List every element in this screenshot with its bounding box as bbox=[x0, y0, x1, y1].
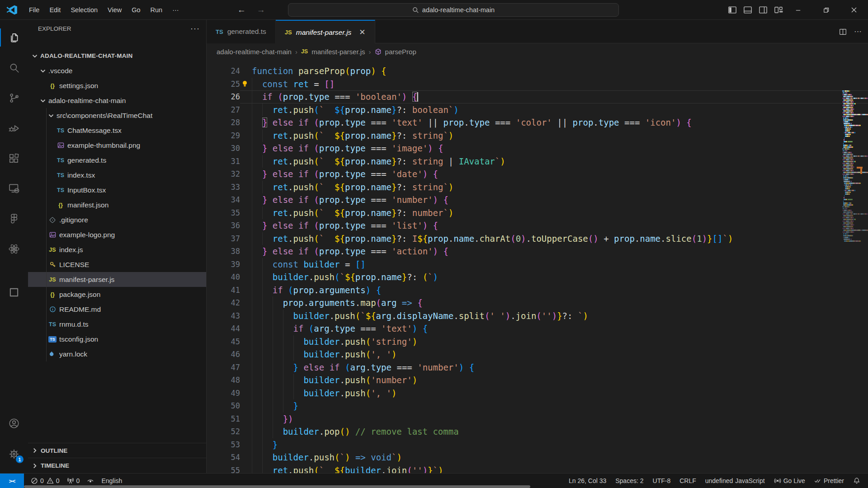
code-line-55[interactable]: 55 ret.push(` ${builder.join('')}`) bbox=[207, 464, 868, 474]
code-line-26[interactable]: 26 if (prop.type === 'boolean') { bbox=[207, 90, 868, 103]
back-arrow-icon[interactable]: ← bbox=[237, 5, 246, 15]
code-line-31[interactable]: 31 ret.push(` ${prop.name}?: string | IA… bbox=[207, 155, 868, 168]
code-area[interactable]: 24function parseProp(prop) {25 const ret… bbox=[207, 60, 868, 473]
code-line-42[interactable]: 42 prop.arguments.map(arg => { bbox=[207, 296, 868, 310]
activity-run-debug[interactable] bbox=[0, 117, 28, 140]
code-line-30[interactable]: 30 } else if (prop.type === 'image') { bbox=[207, 142, 868, 155]
tree-item-manifest-parser.js[interactable]: JSmanifest-parser.js bbox=[28, 272, 206, 287]
tree-item-yarn.lock[interactable]: yarn.lock bbox=[28, 347, 206, 361]
restore-button[interactable] bbox=[812, 0, 840, 20]
code-line-52[interactable]: 52 builder.pop() // remove last comma bbox=[207, 425, 868, 438]
code-line-50[interactable]: 50 } bbox=[207, 399, 868, 413]
code-line-36[interactable]: 36 } else if (prop.type === 'list') { bbox=[207, 219, 868, 232]
status-cursor-position[interactable]: Ln 26, Col 33 bbox=[566, 475, 609, 487]
code-line-41[interactable]: 41 if (prop.arguments) { bbox=[207, 284, 868, 297]
tree-item-inputbox.tsx[interactable]: TSInputBox.tsx bbox=[28, 183, 206, 197]
remote-indicator[interactable]: >< bbox=[0, 474, 24, 488]
activity-settings[interactable]: 1 bbox=[0, 442, 28, 466]
tab-close-icon[interactable]: ✕ bbox=[359, 28, 365, 37]
tree-item-tsconfig.json[interactable]: TStsconfig.json bbox=[28, 332, 206, 347]
tree-item-index.js[interactable]: JSindex.js bbox=[28, 242, 206, 257]
status-prettier[interactable]: Prettier bbox=[811, 475, 847, 487]
code-line-51[interactable]: 51 }) bbox=[207, 413, 868, 426]
activity-accounts[interactable] bbox=[0, 412, 28, 435]
code-line-53[interactable]: 53 } bbox=[207, 438, 868, 451]
menu-item-run[interactable]: Run bbox=[146, 3, 168, 17]
status-language-mode[interactable]: undefinedJavaScript bbox=[702, 475, 768, 487]
code-line-35[interactable]: 35 ret.push(` ${prop.name}?: number`) bbox=[207, 206, 868, 220]
forward-arrow-icon[interactable]: → bbox=[257, 5, 265, 15]
code-line-28[interactable]: 28 } else if (prop.type === 'text' || pr… bbox=[207, 116, 868, 129]
activity-react-devtools[interactable] bbox=[0, 237, 28, 261]
activity-figma[interactable] bbox=[0, 207, 28, 230]
tab-manifest-parser-js[interactable]: JSmanifest-parser.js✕ bbox=[276, 20, 375, 44]
tree-item-chatmessage.tsx[interactable]: TSChatMessage.tsx bbox=[28, 123, 206, 138]
activity-explorer[interactable] bbox=[0, 26, 28, 49]
tree-item-adalo-realtime-chat-main[interactable]: adalo-realtime-chat-main bbox=[28, 93, 206, 108]
tree-item-index.tsx[interactable]: TSindex.tsx bbox=[28, 168, 206, 183]
menu-more[interactable]: ··· bbox=[167, 3, 184, 17]
status-eol[interactable]: CRLF bbox=[676, 475, 699, 487]
command-center-search[interactable]: adalo-realtime-chat-main bbox=[288, 3, 619, 17]
status-notifications[interactable] bbox=[850, 475, 863, 487]
breadcrumb-item[interactable]: adalo-realtime-chat-main bbox=[217, 48, 292, 56]
activity-custom-panel[interactable] bbox=[0, 281, 28, 304]
minimize-button[interactable] bbox=[784, 0, 812, 20]
code-line-29[interactable]: 29 ret.push(` ${prop.name}?: string`) bbox=[207, 129, 868, 142]
tree-item-generated.ts[interactable]: TSgenerated.ts bbox=[28, 153, 206, 168]
close-button[interactable] bbox=[840, 0, 868, 20]
code-line-43[interactable]: 43 builder.push(`${arg.displayName.split… bbox=[207, 310, 868, 323]
minimap[interactable] bbox=[842, 90, 868, 242]
layout-panel-icon[interactable] bbox=[743, 5, 752, 14]
layout-sidebar-right-icon[interactable] bbox=[759, 5, 768, 14]
code-line-39[interactable]: 39 const builder = [] bbox=[207, 258, 868, 271]
tree-item-manifest.json[interactable]: {}manifest.json bbox=[28, 197, 206, 212]
status-indentation[interactable]: Spaces: 2 bbox=[612, 475, 646, 487]
code-line-32[interactable]: 32 } else if (prop.type === 'date') { bbox=[207, 168, 868, 181]
lightbulb-icon[interactable] bbox=[241, 80, 250, 89]
tab-generated-ts[interactable]: TSgenerated.ts bbox=[207, 20, 276, 43]
tree-item-.vscode[interactable]: .vscode bbox=[28, 63, 206, 78]
code-line-49[interactable]: 49 builder.push(', ') bbox=[207, 387, 868, 400]
tree-root[interactable]: ADALO-REALTIME-CHAT-MAIN bbox=[28, 48, 206, 63]
breadcrumb-item[interactable]: manifest-parser.js bbox=[311, 48, 365, 56]
tree-item-license[interactable]: LICENSE bbox=[28, 257, 206, 272]
activity-extensions[interactable] bbox=[0, 147, 28, 170]
activity-remote-explorer[interactable] bbox=[0, 177, 28, 200]
status-encoding[interactable]: UTF-8 bbox=[650, 475, 674, 487]
code-line-45[interactable]: 45 builder.push('string') bbox=[207, 335, 868, 348]
split-editor-icon[interactable] bbox=[839, 28, 847, 36]
code-line-48[interactable]: 48 builder.push('number') bbox=[207, 374, 868, 387]
tree-item-rnmu.d.ts[interactable]: TSrnmu.d.ts bbox=[28, 317, 206, 332]
tree-item-example-thumbnail.png[interactable]: example-thumbnail.png bbox=[28, 138, 206, 153]
activity-source-control[interactable] bbox=[0, 86, 28, 110]
tree-item-example-logo.png[interactable]: example-logo.png bbox=[28, 227, 206, 242]
menu-item-view[interactable]: View bbox=[103, 3, 127, 17]
editor-more-icon[interactable]: ··· bbox=[854, 27, 862, 36]
tree-item-package.json[interactable]: {}package.json bbox=[28, 287, 206, 302]
activity-search[interactable] bbox=[0, 56, 28, 80]
tree-item-readme.md[interactable]: README.md bbox=[28, 302, 206, 317]
code-line-34[interactable]: 34 } else if (prop.type === 'number') { bbox=[207, 193, 868, 206]
code-line-47[interactable]: 47 } else if (arg.type === 'number') { bbox=[207, 361, 868, 374]
timeline-section[interactable]: TIMELINE bbox=[28, 458, 206, 473]
status-go-live[interactable]: Go Live bbox=[771, 475, 808, 487]
breadcrumb-item[interactable]: parseProp bbox=[385, 48, 416, 56]
code-line-24[interactable]: 24function parseProp(prop) { bbox=[207, 65, 868, 78]
menu-item-edit[interactable]: Edit bbox=[44, 3, 66, 17]
code-line-44[interactable]: 44 if (arg.type === 'text') { bbox=[207, 322, 868, 335]
code-line-37[interactable]: 37 ret.push(` ${prop.name}?: I${prop.nam… bbox=[207, 232, 868, 245]
layout-customize-icon[interactable] bbox=[774, 5, 783, 14]
explorer-more-icon[interactable]: ··· bbox=[190, 24, 200, 33]
menu-item-file[interactable]: File bbox=[24, 3, 44, 17]
menu-item-go[interactable]: Go bbox=[127, 3, 145, 17]
layout-sidebar-left-icon[interactable] bbox=[728, 5, 737, 14]
code-line-54[interactable]: 54 builder.push(`) => void`) bbox=[207, 451, 868, 464]
code-line-33[interactable]: 33 ret.push(` ${prop.name}?: string`) bbox=[207, 181, 868, 194]
code-line-25[interactable]: 25 const ret = [] bbox=[207, 78, 868, 91]
menu-item-selection[interactable]: Selection bbox=[66, 3, 103, 17]
outline-section[interactable]: OUTLINE bbox=[28, 443, 206, 458]
code-line-27[interactable]: 27 ret.push(` ${prop.name}?: boolean`) bbox=[207, 103, 868, 117]
tree-item-src-components-realtimechat[interactable]: src\components\RealTimeChat bbox=[28, 108, 206, 123]
code-line-40[interactable]: 40 builder.push(`${prop.name}?: (`) bbox=[207, 271, 868, 284]
